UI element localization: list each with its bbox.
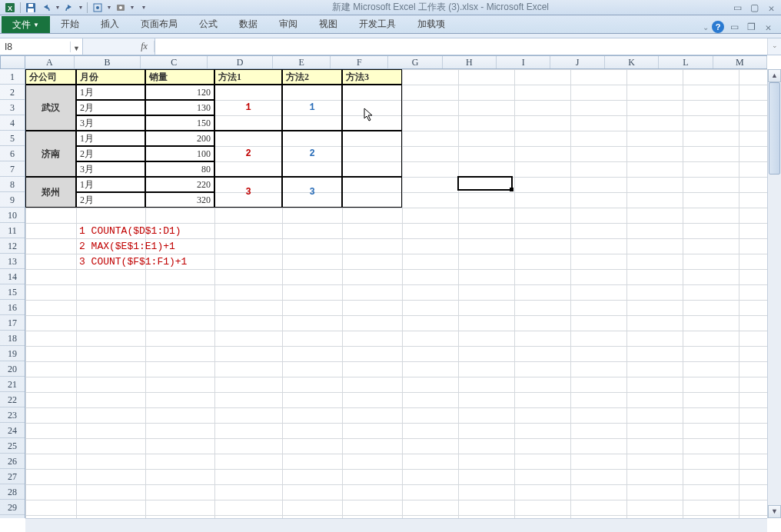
col-header-F[interactable]: F [331,56,388,68]
sales-0-0[interactable]: 120 [145,85,214,100]
m1-0[interactable]: 1 [214,85,282,131]
scroll-down-icon[interactable]: ▼ [768,505,781,518]
row-header-13[interactable]: 13 [0,254,25,269]
col-header-C[interactable]: C [141,56,208,68]
tab-view[interactable]: 视图 [308,15,348,33]
row-header-24[interactable]: 24 [0,423,25,438]
row-header-4[interactable]: 4 [0,115,25,131]
header-2[interactable]: 月份 [76,69,145,85]
tab-insert[interactable]: 插入 [90,15,130,33]
header-6[interactable]: 方法3 [342,69,402,85]
col-header-G[interactable]: G [388,56,442,68]
tab-formulas[interactable]: 公式 [188,15,228,33]
m3-2[interactable] [342,177,402,208]
row-header-1[interactable]: 1 [0,69,25,85]
m3-1[interactable] [342,131,402,177]
note-1[interactable]: 2 MAX($E$1:E1)+1 [76,238,402,254]
note-0[interactable]: 1 COUNTA($D$1:D1) [76,223,402,238]
city-1[interactable]: 济南 [25,131,76,177]
month-1-1[interactable]: 2月 [76,146,145,161]
minimize-button[interactable]: ▭ [730,2,744,13]
file-tab[interactable]: 文件▼ [2,16,50,33]
workbook-minimize-button[interactable]: ▭ [727,22,741,32]
col-header-J[interactable]: J [550,56,604,68]
help-icon[interactable]: ? [712,21,724,33]
header-5[interactable]: 方法2 [282,69,342,85]
row-header-9[interactable]: 9 [0,192,25,208]
row-header-25[interactable]: 25 [0,438,25,454]
col-header-I[interactable]: I [497,56,550,68]
workbook-close-button[interactable]: ⨉ [761,22,775,32]
row-header-28[interactable]: 28 [0,484,25,500]
close-button[interactable]: ⨉ [764,2,778,13]
qat-customize-icon[interactable]: ▾ [137,1,151,15]
row-header-14[interactable]: 14 [0,269,25,284]
qat-dropdown2-icon[interactable]: ▼ [129,1,135,15]
qat-tool2-icon[interactable] [114,1,128,15]
col-header-E[interactable]: E [273,56,331,68]
row-header-29[interactable]: 29 [0,500,25,515]
sales-2-0[interactable]: 220 [145,177,214,192]
row-header-15[interactable]: 15 [0,284,25,300]
city-0[interactable]: 武汉 [25,85,76,131]
header-4[interactable]: 方法1 [214,69,282,85]
row-header-17[interactable]: 17 [0,315,25,331]
undo-dropdown-icon[interactable]: ▼ [55,1,61,15]
m2-2[interactable]: 3 [282,177,342,208]
ribbon-min-icon[interactable]: ⌄ [703,23,709,32]
m3-0[interactable] [342,85,402,131]
tab-developer[interactable]: 开发工具 [348,15,407,33]
vscroll-thumb[interactable] [769,82,780,175]
name-box[interactable]: I8 ▼ [0,38,83,55]
col-header-D[interactable]: D [208,56,273,68]
col-header-L[interactable]: L [659,56,713,68]
scroll-up-icon[interactable]: ▲ [768,69,781,82]
row-header-21[interactable]: 21 [0,377,25,392]
formula-input[interactable] [155,38,767,55]
tab-page-layout[interactable]: 页面布局 [130,15,188,33]
save-icon[interactable] [24,1,38,15]
fx-button[interactable]: fx [135,41,155,52]
col-header-K[interactable]: K [605,56,659,68]
col-header-B[interactable]: B [75,56,141,68]
row-header-22[interactable]: 22 [0,392,25,407]
month-0-1[interactable]: 2月 [76,100,145,115]
row-header-7[interactable]: 7 [0,161,25,177]
row-header-8[interactable]: 8 [0,177,25,192]
vertical-scrollbar[interactable]: ▲ ▼ [767,69,781,518]
month-1-0[interactable]: 1月 [76,131,145,146]
name-box-dropdown-icon[interactable]: ▼ [70,42,82,52]
sales-0-2[interactable]: 150 [145,115,214,131]
row-header-10[interactable]: 10 [0,208,25,223]
header-3[interactable]: 销量 [145,69,214,85]
m1-2[interactable]: 3 [214,177,282,208]
m2-1[interactable]: 2 [282,131,342,177]
row-header-6[interactable]: 6 [0,146,25,161]
row-header-5[interactable]: 5 [0,131,25,146]
undo-icon[interactable] [39,1,53,15]
header-1[interactable]: 分公司 [25,69,76,85]
select-all-corner[interactable] [0,55,25,69]
tab-home[interactable]: 开始 [50,15,90,33]
col-header-H[interactable]: H [443,56,497,68]
sales-0-1[interactable]: 130 [145,100,214,115]
row-header-3[interactable]: 3 [0,100,25,115]
m1-1[interactable]: 2 [214,131,282,177]
note-2[interactable]: 3 COUNT($F$1:F1)+1 [76,254,402,269]
row-header-16[interactable]: 16 [0,300,25,315]
tab-review[interactable]: 审阅 [268,15,308,33]
row-header-27[interactable]: 27 [0,469,25,484]
redo-icon[interactable] [62,1,76,15]
qat-tool1-icon[interactable] [91,1,105,15]
row-header-18[interactable]: 18 [0,331,25,346]
excel-icon[interactable]: X [3,1,17,15]
row-header-19[interactable]: 19 [0,346,25,361]
sales-1-2[interactable]: 80 [145,161,214,177]
sales-1-0[interactable]: 200 [145,131,214,146]
month-2-1[interactable]: 2月 [76,192,145,208]
tab-addins[interactable]: 加载项 [407,15,456,33]
m2-0[interactable]: 1 [282,85,342,131]
formula-expand-icon[interactable]: ⌄ [767,38,781,55]
month-1-2[interactable]: 3月 [76,161,145,177]
city-2[interactable]: 郑州 [25,177,76,208]
